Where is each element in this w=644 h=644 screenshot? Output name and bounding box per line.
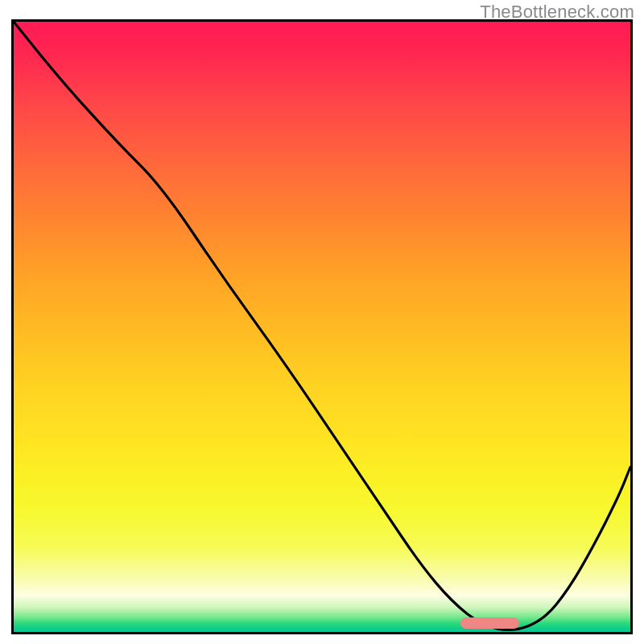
chart-figure: TheBottleneck.com <box>0 0 644 644</box>
plot-area <box>11 19 633 634</box>
curve-line <box>14 22 630 630</box>
bottleneck-curve <box>14 22 630 632</box>
optimal-range-marker <box>460 617 519 629</box>
attribution-text: TheBottleneck.com <box>480 2 634 23</box>
